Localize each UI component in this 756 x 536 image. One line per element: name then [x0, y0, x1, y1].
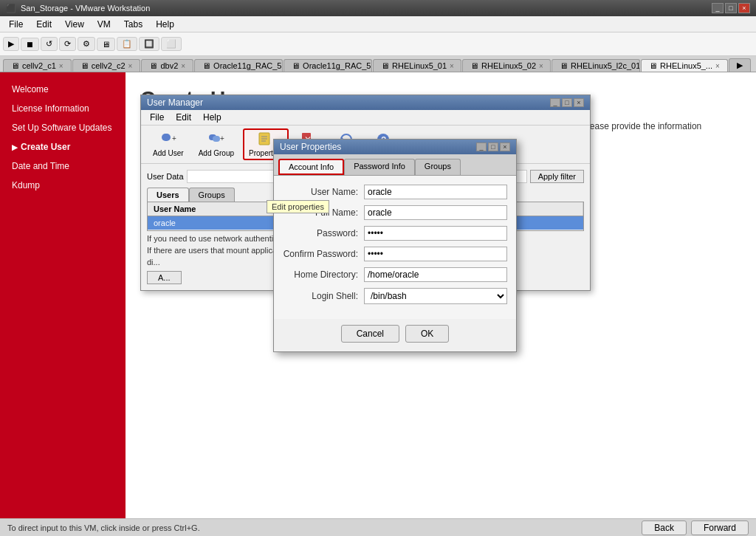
- toolbar-btn-9[interactable]: ⬜: [161, 37, 182, 51]
- tab-dbv2[interactable]: 🖥 dbv2 ×: [141, 59, 193, 72]
- properties-icon: [257, 131, 275, 148]
- tab-icon: 🖥: [149, 61, 157, 70]
- tab-close-icon[interactable]: ×: [128, 62, 133, 70]
- forward-btn[interactable]: Forward: [691, 520, 749, 535]
- svg-rect-0: [162, 134, 171, 141]
- um-apply-filter-btn[interactable]: Apply filter: [530, 170, 584, 183]
- um-tab-groups[interactable]: Groups: [189, 188, 235, 202]
- up-field-fullname-input[interactable]: [364, 205, 507, 220]
- up-field-homedir-input[interactable]: [364, 267, 507, 282]
- up-close-btn[interactable]: ×: [500, 142, 510, 151]
- up-controls[interactable]: _ □ ×: [476, 142, 510, 151]
- sidebar-item-license[interactable]: License Information: [0, 99, 126, 118]
- toolbar-btn-4[interactable]: ⟳: [59, 37, 76, 51]
- up-ok-btn[interactable]: OK: [405, 325, 449, 343]
- toolbar-btn-5[interactable]: ⚙: [78, 37, 95, 51]
- um-menu-help[interactable]: Help: [200, 111, 224, 123]
- up-action-buttons: Cancel OK: [274, 319, 516, 351]
- sidebar-item-create-user[interactable]: ▶ Create User: [0, 137, 126, 157]
- um-maximize-btn[interactable]: □: [562, 98, 572, 107]
- menu-tabs[interactable]: Tabs: [118, 18, 148, 31]
- add-user-icon: +: [159, 131, 177, 148]
- up-tab-account-info[interactable]: Account Info: [278, 159, 344, 175]
- up-cancel-btn[interactable]: Cancel: [341, 325, 399, 343]
- menu-vm[interactable]: VM: [92, 18, 117, 31]
- up-field-homedir-label: Home Directory:: [283, 269, 364, 280]
- toolbar-btn-3[interactable]: ↺: [41, 37, 58, 51]
- sidebar-item-welcome[interactable]: Welcome: [0, 80, 126, 99]
- up-field-loginshell-select[interactable]: /bin/bash /bin/sh /bin/zsh /sbin/nologin: [364, 288, 507, 304]
- menu-help[interactable]: Help: [150, 18, 180, 31]
- up-field-username-row: User Name:: [283, 185, 507, 199]
- toolbar-btn-7[interactable]: 📋: [117, 37, 137, 51]
- up-field-confirm-password-label: Confirm Password:: [283, 249, 364, 259]
- sidebar-arrow-icon: ▶: [12, 143, 18, 151]
- tab-rhel-active[interactable]: 🖥 RHELinux5_... ×: [641, 59, 728, 72]
- tab-close-icon[interactable]: ×: [59, 62, 63, 70]
- tab-rhel1[interactable]: 🖥 RHELinux5_01 ×: [373, 59, 461, 72]
- user-properties-dialog: User Properties _ □ × Account Info Passw…: [273, 139, 517, 352]
- um-add-user-btn[interactable]: + Add User: [147, 128, 190, 160]
- tab-icon: 🖥: [560, 61, 568, 70]
- up-maximize-btn[interactable]: □: [488, 142, 498, 151]
- tab-bar: 🖥 cellv2_c1 × 🖥 cellv2_c2 × 🖥 dbv2 × 🖥 O…: [0, 56, 756, 72]
- sidebar-item-date-time[interactable]: Date and Time: [0, 157, 126, 176]
- up-field-homedir-row: Home Directory:: [283, 267, 507, 282]
- tab-icon: 🖥: [11, 61, 19, 70]
- toolbar-btn-1[interactable]: ▶: [3, 37, 19, 51]
- toolbar-btn-6[interactable]: 🖥: [97, 38, 115, 51]
- up-field-confirm-password-row: Confirm Password:: [283, 247, 507, 261]
- tab-close-icon[interactable]: ×: [450, 62, 454, 70]
- main-layout: Welcome License Information Set Up Softw…: [0, 72, 756, 518]
- tab-more[interactable]: ▶: [729, 58, 751, 72]
- up-field-username-input[interactable]: [364, 185, 507, 199]
- toolbar-btn-2[interactable]: ⏹: [21, 38, 39, 51]
- sidebar: Welcome License Information Set Up Softw…: [0, 72, 126, 518]
- title-bar-controls[interactable]: _ □ ×: [712, 3, 750, 13]
- um-menu-file[interactable]: File: [147, 111, 167, 123]
- menu-edit[interactable]: Edit: [30, 18, 58, 31]
- title-bar-text: San_Storage - VMware Workstation: [21, 4, 150, 13]
- close-btn[interactable]: ×: [738, 3, 750, 13]
- tab-close-icon[interactable]: ×: [181, 62, 185, 70]
- um-add-user-bottom-btn[interactable]: A...: [147, 271, 182, 284]
- content-area: Create User You must create a 'username'…: [126, 72, 756, 518]
- svg-text:+: +: [220, 134, 224, 142]
- tab-rhel2[interactable]: 🖥 RHELinux5_02 ×: [462, 59, 551, 72]
- tab-oracle2[interactable]: 🖥 Oracle11g_RAC_5.9_02 ×: [284, 59, 372, 72]
- user-manager-title: User Manager: [147, 97, 203, 108]
- up-tab-password-info[interactable]: Password Info: [344, 159, 415, 175]
- tab-close-icon[interactable]: ×: [715, 62, 720, 70]
- up-field-confirm-password-input[interactable]: [364, 247, 507, 261]
- um-close-btn[interactable]: ×: [574, 98, 584, 107]
- sidebar-item-software-updates[interactable]: Set Up Software Updates: [0, 118, 126, 137]
- up-tab-groups[interactable]: Groups: [415, 159, 461, 175]
- up-field-password-label: Password:: [283, 228, 364, 238]
- status-message: To direct input to this VM, click inside…: [7, 523, 200, 532]
- up-field-loginshell-row: Login Shell: /bin/bash /bin/sh /bin/zsh …: [283, 288, 507, 304]
- tab-cellv2-c1[interactable]: 🖥 cellv2_c1 ×: [3, 59, 72, 72]
- minimize-btn[interactable]: _: [712, 3, 724, 13]
- svg-text:+: +: [172, 134, 176, 142]
- menu-file[interactable]: File: [3, 18, 29, 31]
- tab-oracle1[interactable]: 🖥 Oracle11g_RAC_5.9_01 ×: [194, 59, 283, 72]
- status-bar: To direct input to this VM, click inside…: [0, 518, 756, 536]
- add-group-icon: +: [207, 131, 225, 148]
- tab-close-icon[interactable]: ×: [539, 62, 543, 70]
- um-add-group-btn[interactable]: + Add Group: [193, 128, 240, 160]
- maximize-btn[interactable]: □: [725, 3, 737, 13]
- menu-view[interactable]: View: [59, 18, 90, 31]
- sidebar-item-kdump[interactable]: Kdump: [0, 176, 126, 195]
- um-tab-users[interactable]: Users: [147, 188, 189, 202]
- um-minimize-btn[interactable]: _: [550, 98, 560, 107]
- tab-rhel-l2c[interactable]: 🖥 RHELinux5_l2c_01 ×: [551, 59, 640, 72]
- user-manager-title-bar: User Manager _ □ ×: [141, 95, 590, 110]
- toolbar-btn-8[interactable]: 🔲: [139, 37, 159, 51]
- um-menu-edit[interactable]: Edit: [173, 111, 194, 123]
- dialog-controls[interactable]: _ □ ×: [550, 98, 584, 107]
- tab-icon: 🖥: [80, 61, 89, 70]
- up-field-password-input[interactable]: [364, 226, 507, 241]
- up-minimize-btn[interactable]: _: [476, 142, 487, 151]
- back-btn[interactable]: Back: [642, 520, 687, 535]
- tab-cellv2-c2[interactable]: 🖥 cellv2_c2 ×: [72, 59, 141, 72]
